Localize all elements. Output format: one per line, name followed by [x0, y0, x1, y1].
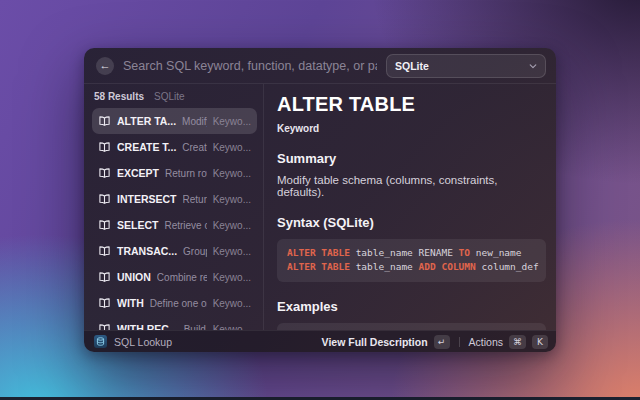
result-type: Keywo... [213, 194, 251, 205]
result-type: Keywo... [213, 142, 251, 153]
book-icon [98, 115, 111, 128]
list-item[interactable]: ALTER TA...Modify ta...Keywo... [92, 108, 257, 134]
sql-lookup-window: ← SQLite 58 Results SQLite ALTER TA...Mo… [84, 48, 556, 352]
result-title: SELECT [117, 219, 158, 231]
book-icon [98, 297, 111, 310]
syntax-code-block: ALTER TABLE table_name RENAME TO new_nam… [277, 239, 546, 282]
footer-bar: SQL Lookup View Full Description ↵ Actio… [84, 330, 556, 352]
list-item[interactable]: EXCEPTReturn rows f...Keywo... [92, 160, 257, 186]
result-subtitle: Build rec... [184, 324, 207, 331]
view-full-description-button[interactable]: View Full Description [322, 336, 428, 348]
list-item[interactable]: TRANSAC...Group st...Keywo... [92, 238, 257, 264]
examples-heading: Examples [277, 299, 546, 314]
list-item[interactable]: UNIONCombine resul...Keywo... [92, 264, 257, 290]
summary-text: Modify table schema (columns, constraint… [277, 174, 546, 198]
result-title: UNION [117, 271, 151, 283]
book-icon [98, 219, 111, 232]
examples-code-block: ALTER TABLE users ADD COLUMN last_login … [277, 323, 546, 331]
result-title: INTERSECT [117, 193, 177, 205]
result-subtitle: Modify ta... [182, 116, 207, 127]
result-type: Keywo... [213, 272, 251, 283]
detail-panel: ALTER TABLE Keyword Summary Modify table… [264, 84, 556, 330]
result-subtitle: Define one or m... [150, 298, 207, 309]
list-item[interactable]: SELECTRetrieve colu...Keywo... [92, 212, 257, 238]
cmd-key-badge: ⌘ [509, 335, 526, 349]
book-icon [98, 245, 111, 258]
actions-button[interactable]: Actions [469, 336, 503, 348]
result-subtitle: Group st... [183, 246, 207, 257]
book-icon [98, 271, 111, 284]
engine-dropdown-value: SQLite [395, 60, 523, 72]
result-subtitle: Return rows f... [165, 168, 207, 179]
result-title: TRANSAC... [117, 245, 177, 257]
engine-dropdown[interactable]: SQLite [386, 54, 546, 78]
results-header: 58 Results SQLite [92, 91, 257, 108]
result-title: CREATE T... [117, 141, 176, 153]
detail-title: ALTER TABLE [277, 93, 546, 116]
results-engine-label: SQLite [154, 91, 185, 102]
return-key-badge: ↵ [434, 335, 450, 349]
footer-actions: View Full Description ↵ Actions ⌘ K [322, 335, 548, 349]
database-icon [94, 335, 107, 348]
book-icon [98, 323, 111, 331]
arrow-left-icon: ← [100, 60, 111, 71]
book-icon [98, 193, 111, 206]
list-item[interactable]: WITH REC...Build rec...Keywo... [92, 316, 257, 330]
result-type: Keywo... [213, 324, 251, 331]
chevron-down-icon [529, 62, 537, 70]
result-type: Keywo... [213, 168, 251, 179]
result-type: Keywo... [213, 298, 251, 309]
list-item[interactable]: INTERSECTReturn ro...Keywo... [92, 186, 257, 212]
result-subtitle: Retrieve colu... [164, 220, 206, 231]
result-subtitle: Return ro... [183, 194, 207, 205]
search-input[interactable] [123, 59, 377, 73]
syntax-heading: Syntax (SQLite) [277, 215, 546, 230]
result-subtitle: Combine resul... [157, 272, 207, 283]
result-title: EXCEPT [117, 167, 159, 179]
list-item[interactable]: CREATE T...Create a...Keywo... [92, 134, 257, 160]
app-name: SQL Lookup [114, 336, 172, 348]
result-type: Keywo... [213, 116, 251, 127]
summary-heading: Summary [277, 151, 546, 166]
results-count: 58 Results [94, 91, 144, 102]
back-button[interactable]: ← [96, 57, 114, 75]
list-item[interactable]: WITHDefine one or m...Keywo... [92, 290, 257, 316]
book-icon [98, 141, 111, 154]
results-sidebar: 58 Results SQLite ALTER TA...Modify ta..… [84, 84, 264, 330]
k-key-badge: K [532, 335, 548, 349]
book-icon [98, 167, 111, 180]
search-header: ← SQLite [84, 48, 556, 84]
detail-type-badge: Keyword [277, 123, 546, 134]
result-subtitle: Create a... [182, 142, 206, 153]
result-type: Keywo... [213, 220, 251, 231]
result-title: WITH [117, 297, 144, 309]
result-title: ALTER TA... [117, 115, 176, 127]
window-body: 58 Results SQLite ALTER TA...Modify ta..… [84, 84, 556, 330]
results-list: ALTER TA...Modify ta...Keywo...CREATE T.… [92, 108, 257, 330]
result-title: WITH REC... [117, 323, 178, 330]
footer-divider [459, 337, 460, 347]
result-type: Keywo... [213, 246, 251, 257]
